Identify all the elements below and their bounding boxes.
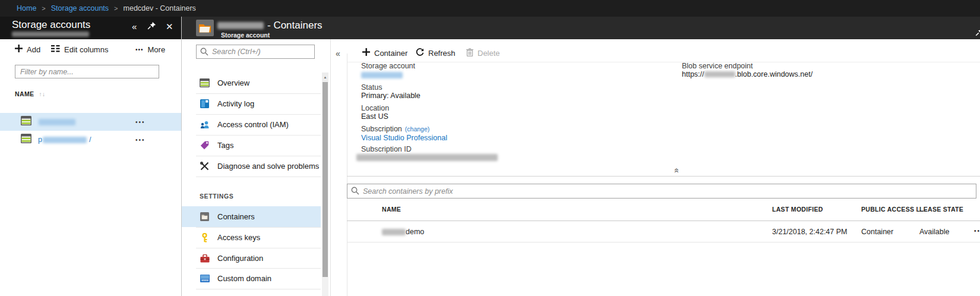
menu-divider <box>196 289 321 289</box>
more-button[interactable]: ••• More <box>135 39 165 59</box>
breadcrumb-separator: > <box>42 5 45 12</box>
collapse-menu-icon[interactable]: « <box>336 49 340 58</box>
scrollbar-thumb[interactable] <box>323 82 328 277</box>
row-context-menu[interactable]: ••• <box>135 119 146 125</box>
storage-account-row-2[interactable]: p / ••• <box>0 131 182 149</box>
menu-item-label: Diagnose and solve problems <box>217 162 319 171</box>
menu-item-diagnose[interactable]: Diagnose and solve problems <box>182 156 321 177</box>
toolbar-divider <box>347 62 980 62</box>
toolbox-icon <box>200 254 210 263</box>
container-name-cell: demo <box>382 228 424 236</box>
storage-account-icon <box>21 134 31 146</box>
filter-by-name-input[interactable] <box>15 65 159 78</box>
menu-item-label: Overview <box>217 78 249 87</box>
refresh-label: Refresh <box>428 49 456 58</box>
col-header-public-access[interactable]: PUBLIC ACCESS L... <box>861 206 926 213</box>
status-label: Status <box>361 83 382 92</box>
left-panel-title: Storage accounts <box>12 19 90 31</box>
row-context-menu[interactable]: ••• <box>974 228 980 234</box>
lease-state-cell: Available <box>919 228 950 236</box>
edit-columns-button[interactable]: Edit columns <box>51 39 108 59</box>
col-header-name[interactable]: NAME <box>382 206 401 213</box>
overview-icon <box>200 78 210 87</box>
subscription-name-redacted <box>12 32 89 37</box>
menu-scrollbar[interactable]: ▲ <box>322 73 328 296</box>
menu-search-wrap <box>196 45 315 59</box>
pin-icon[interactable] <box>975 27 980 39</box>
scroll-up-arrow[interactable]: ▲ <box>322 73 328 81</box>
menu-item-label: Custom domain <box>217 274 271 283</box>
blob-endpoint-label: Blob service endpoint <box>682 62 753 70</box>
account-name-prefix: p <box>38 136 42 144</box>
svg-text:www: www <box>201 278 208 282</box>
subscription-change-link[interactable]: (change) <box>405 125 429 133</box>
breadcrumb-home-link[interactable]: Home <box>17 4 36 12</box>
menu-item-label: Configuration <box>217 254 263 263</box>
sort-icon: ↑↓ <box>39 91 46 97</box>
table-row-divider <box>347 242 980 243</box>
menu-item-label: Access control (IAM) <box>217 120 289 129</box>
col-header-last-modified[interactable]: LAST MODIFIED <box>772 206 823 213</box>
collapse-essentials-icon[interactable]: « <box>672 168 682 173</box>
row-context-menu[interactable]: ••• <box>135 137 146 143</box>
account-name-redacted <box>39 119 75 125</box>
more-button-label: More <box>148 45 166 54</box>
menu-item-overview[interactable]: Overview <box>182 73 321 93</box>
containers-icon <box>200 212 210 221</box>
edit-columns-label: Edit columns <box>64 45 108 54</box>
name-column-header[interactable]: NAME ↑↓ <box>15 90 45 97</box>
menu-item-custom-domain[interactable]: www Custom domain <box>182 268 321 289</box>
more-dots-icon: ••• <box>135 46 144 53</box>
breadcrumb-storage-accounts-link[interactable]: Storage accounts <box>51 4 109 12</box>
blob-url-redacted <box>704 71 735 77</box>
panel-divider <box>330 39 331 296</box>
subscription-id-redacted <box>356 154 498 161</box>
collapse-blade-icon[interactable]: « <box>132 22 137 31</box>
content-left-border <box>347 53 347 296</box>
storage-accounts-blade-header: Storage accounts « ✕ <box>0 17 182 39</box>
location-value: East US <box>361 112 388 121</box>
container-search-input[interactable] <box>347 184 976 199</box>
tags-icon <box>200 141 210 150</box>
add-container-label: Container <box>374 49 407 58</box>
add-container-button[interactable]: Container <box>362 46 407 59</box>
storage-account-icon <box>21 116 31 128</box>
menu-item-containers[interactable]: Containers <box>182 206 321 227</box>
access-control-icon <box>200 121 210 129</box>
menu-item-configuration[interactable]: Configuration <box>182 248 321 269</box>
menu-item-activity-log[interactable]: Activity log <box>182 93 321 114</box>
breadcrumb-separator: > <box>114 5 118 12</box>
blade-subtitle: Storage account <box>221 32 270 39</box>
blade-title: - Containers <box>217 20 323 32</box>
essentials-divider <box>347 176 980 177</box>
storage-account-row-1[interactable]: ••• <box>0 113 182 131</box>
menu-item-access-control[interactable]: Access control (IAM) <box>182 114 321 135</box>
subscription-label: Subscription <box>361 125 402 133</box>
edit-columns-icon <box>51 45 60 54</box>
subscription-link[interactable]: Visual Studio Professional <box>361 134 447 142</box>
menu-item-label: Tags <box>217 141 233 150</box>
subscription-row: Subscription (change) <box>361 125 429 133</box>
storage-account-label: Storage account <box>361 62 415 70</box>
plus-icon <box>15 45 23 54</box>
plus-icon <box>362 48 370 58</box>
col-header-lease-state[interactable]: LEASE STATE <box>919 206 963 213</box>
storage-account-value-redacted <box>361 72 403 78</box>
menu-item-tags[interactable]: Tags <box>182 135 321 156</box>
add-button[interactable]: Add <box>15 39 40 59</box>
blade-menu-panel: Overview Activity log Access control (IA… <box>182 39 331 296</box>
key-icon <box>200 233 210 243</box>
blade-title-suffix: - Containers <box>267 20 323 32</box>
refresh-button[interactable]: Refresh <box>416 46 456 59</box>
blob-url-prefix: https:// <box>682 70 704 78</box>
www-domain-icon: www <box>200 275 210 282</box>
menu-item-access-keys[interactable]: Access keys <box>182 227 321 248</box>
close-blade-icon[interactable]: ✕ <box>166 22 173 31</box>
delete-button[interactable]: Delete <box>466 46 500 59</box>
breadcrumb-current: medcdev - Containers <box>124 4 196 12</box>
storage-account-folder-icon <box>196 20 214 39</box>
pin-icon[interactable] <box>147 21 156 32</box>
account-name-redacted <box>43 137 87 143</box>
menu-search-input[interactable] <box>196 45 315 59</box>
search-icon <box>200 48 208 58</box>
